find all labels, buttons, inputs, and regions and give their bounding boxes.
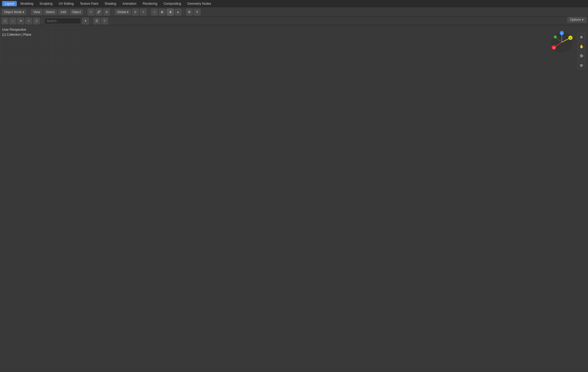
right-tools-panel: ⊕ ✋ ⊞ bbox=[578, 33, 585, 69]
zoom-in-button[interactable]: ⊕ bbox=[578, 33, 585, 41]
view-menu-btn[interactable]: View bbox=[31, 9, 42, 15]
tab-layout[interactable]: Layout bbox=[2, 1, 17, 6]
tab-sculpting[interactable]: Sculpting bbox=[37, 1, 55, 6]
object-mode-btn[interactable]: Object Mode ▾ bbox=[2, 9, 26, 15]
grid-background bbox=[0, 25, 79, 65]
filter-icon[interactable]: ▽ bbox=[101, 18, 108, 24]
header-toolbar: Object Mode ▾ View Select Add Object ⬡ 🔗… bbox=[0, 7, 588, 17]
view-list-icon[interactable]: ☰ bbox=[93, 18, 100, 24]
tab-modeling[interactable]: Modeling bbox=[18, 1, 36, 6]
nav-gizmo[interactable]: Z Y X bbox=[550, 30, 574, 54]
tab-animation[interactable]: Animation bbox=[120, 1, 139, 6]
cursor-icon[interactable]: ✛ bbox=[17, 18, 24, 24]
tab-geometry-nodes[interactable]: Geometry Nodes bbox=[185, 1, 214, 6]
separator-2 bbox=[85, 9, 85, 15]
global-transform-btn[interactable]: Global ▾ bbox=[115, 9, 131, 15]
move-icon[interactable]: ⊹ bbox=[25, 18, 32, 24]
tab-compositing[interactable]: Compositing bbox=[161, 1, 184, 6]
rendered-icon[interactable]: ● bbox=[175, 9, 181, 15]
chevron-down-icon-3: ▾ bbox=[582, 18, 584, 22]
tab-texture-paint[interactable]: Texture Paint bbox=[77, 1, 101, 6]
select-menu-btn[interactable]: Select bbox=[44, 9, 57, 15]
object-menu-btn[interactable]: Object bbox=[70, 9, 83, 15]
select-box-icon[interactable]: ▢ bbox=[2, 18, 8, 24]
sep-second-1 bbox=[42, 18, 42, 24]
proportional-icon[interactable]: ◎ bbox=[103, 9, 110, 15]
snap-icon[interactable]: 🔗 bbox=[95, 9, 102, 15]
add-menu-btn[interactable]: Add bbox=[58, 9, 68, 15]
solid-shading-icon[interactable]: ◐ bbox=[159, 9, 166, 15]
separator-4 bbox=[149, 9, 149, 15]
pivot-icon[interactable]: ⊙ bbox=[132, 9, 139, 15]
svg-text:X: X bbox=[553, 47, 555, 49]
separator-1 bbox=[29, 9, 29, 15]
second-toolbar: ▢ ○ ✛ ⊹ ◻ ▾ ☰ ▽ bbox=[0, 17, 588, 25]
wireframe-icon[interactable]: □ bbox=[151, 9, 158, 15]
top-menubar: Layout Modeling Sculpting UV Editing Tex… bbox=[0, 0, 588, 7]
grab-button[interactable]: ✋ bbox=[578, 42, 585, 50]
svg-rect-2 bbox=[0, 25, 79, 65]
tab-shading[interactable]: Shading bbox=[102, 1, 119, 6]
chevron-down-icon: ▾ bbox=[23, 10, 24, 14]
separator-5 bbox=[184, 9, 184, 15]
svg-point-40 bbox=[581, 55, 582, 56]
svg-text:Y: Y bbox=[570, 37, 571, 39]
svg-point-38 bbox=[554, 35, 557, 39]
select-circle-icon[interactable]: ○ bbox=[9, 18, 16, 24]
separator-3 bbox=[112, 9, 113, 15]
svg-text:Z: Z bbox=[561, 32, 563, 35]
grid-view-button[interactable]: ⊞ bbox=[578, 61, 585, 69]
viewport[interactable]: User Perspective (1) Collection | Plane … bbox=[0, 25, 588, 372]
chevron-down-icon-2: ▾ bbox=[127, 10, 129, 14]
snap2-icon[interactable]: ⌖ bbox=[140, 9, 147, 15]
transform-icon[interactable]: ⬡ bbox=[88, 9, 94, 15]
search-input[interactable] bbox=[44, 18, 81, 24]
options-button[interactable]: Options ▾ bbox=[567, 17, 586, 23]
xray-icon[interactable]: ✕ bbox=[194, 9, 201, 15]
overlay-icon[interactable]: ⊞ bbox=[186, 9, 193, 15]
camera2-icon[interactable]: ◻ bbox=[33, 18, 40, 24]
search-dropdown-icon[interactable]: ▾ bbox=[82, 18, 89, 24]
tab-rendering[interactable]: Rendering bbox=[140, 1, 160, 6]
tab-uv-editing[interactable]: UV Editing bbox=[56, 1, 76, 6]
material-preview-icon[interactable]: ◑ bbox=[167, 9, 174, 15]
sep-second-2 bbox=[91, 18, 91, 24]
camera-view-button[interactable] bbox=[578, 52, 585, 60]
